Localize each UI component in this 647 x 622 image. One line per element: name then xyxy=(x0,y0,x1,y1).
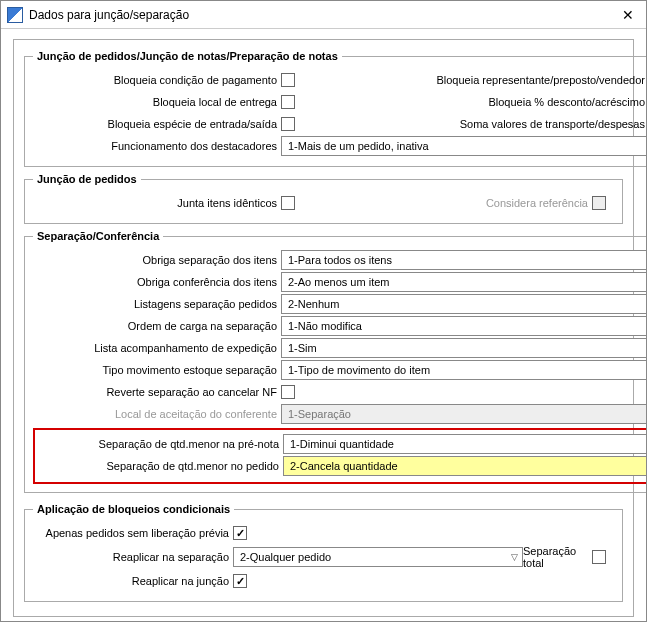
lbl-bloq-especie: Bloqueia espécie de entrada/saída xyxy=(33,118,281,130)
lbl-lista-acomp: Lista acompanhamento de expedição xyxy=(33,342,281,354)
lbl-reverte-sep: Reverte separação ao cancelar NF xyxy=(33,386,281,398)
sel-reaplicar-sep-value: 2-Qualquer pedido xyxy=(240,551,331,563)
lbl-sep-pedido: Separação de qtd.menor no pedido xyxy=(39,460,283,472)
sel-func-destacadores[interactable]: 1-Mais de um pedido, inativa ▽ xyxy=(281,136,647,156)
lbl-considera-ref: Considera referência xyxy=(486,197,588,209)
chk-reverte-sep[interactable] xyxy=(281,385,295,399)
lbl-ordem-carga: Ordem de carga na separação xyxy=(33,320,281,332)
sel-ordem-carga-value: 1-Não modifica xyxy=(288,320,362,332)
lbl-apenas-pedidos: Apenas pedidos sem liberação prévia xyxy=(33,527,233,539)
lbl-obriga-conf: Obriga conferência dos itens xyxy=(33,276,281,288)
lbl-local-aceitacao: Local de aceitação do conferente xyxy=(33,408,281,420)
group2-legend: Junção de pedidos xyxy=(33,173,141,185)
group-juncao-pedidos: Junção de pedidos Junta itens idênticos … xyxy=(24,173,623,224)
sel-tipo-mov-value: 1-Tipo de movimento do item xyxy=(288,364,430,376)
lbl-bloq-condicao: Bloqueia condição de pagamento xyxy=(33,74,281,86)
sel-local-aceitacao: 1-Separação ▽ xyxy=(281,404,647,424)
group-separacao-conferencia: Separação/Conferência Obriga separação d… xyxy=(24,230,647,493)
chk-sep-total[interactable] xyxy=(592,550,606,564)
close-button[interactable]: ✕ xyxy=(616,5,640,25)
chk-bloq-condicao[interactable] xyxy=(281,73,295,87)
group4-legend: Aplicação de bloqueios condicionais xyxy=(33,503,234,515)
window-title: Dados para junção/separação xyxy=(29,8,189,22)
sel-sep-prenota-value: 1-Diminui quantidade xyxy=(290,438,394,450)
chk-bloq-especie[interactable] xyxy=(281,117,295,131)
lbl-bloq-local: Bloqueia local de entrega xyxy=(33,96,281,108)
sel-tipo-mov[interactable]: 1-Tipo de movimento do item ▽ xyxy=(281,360,647,380)
app-icon xyxy=(7,7,23,23)
sel-listagens[interactable]: 2-Nenhum ▽ xyxy=(281,294,647,314)
lbl-sep-total: Separação total xyxy=(523,545,588,569)
sel-sep-pedido-value: 2-Cancela quantidade xyxy=(290,460,398,472)
lbl-bloq-representante: Bloqueia representante/preposto/vendedor xyxy=(436,74,645,86)
sel-obriga-conf[interactable]: 2-Ao menos um item ▽ xyxy=(281,272,647,292)
sel-ordem-carga[interactable]: 1-Não modifica ▽ xyxy=(281,316,647,336)
chk-apenas-pedidos[interactable] xyxy=(233,526,247,540)
highlight-box: Separação de qtd.menor na pré-nota 1-Dim… xyxy=(33,428,647,484)
chevron-down-icon: ▽ xyxy=(511,552,518,562)
sel-lista-acomp[interactable]: 1-Sim ▽ xyxy=(281,338,647,358)
group-juncao-notas: Junção de pedidos/Junção de notas/Prepar… xyxy=(24,50,647,167)
lbl-sep-prenota: Separação de qtd.menor na pré-nota xyxy=(39,438,283,450)
lbl-listagens: Listagens separação pedidos xyxy=(33,298,281,310)
lbl-func-destacadores: Funcionamento dos destacadores xyxy=(33,140,281,152)
lbl-tipo-mov: Tipo movimento estoque separação xyxy=(33,364,281,376)
sel-obriga-sep-value: 1-Para todos os itens xyxy=(288,254,392,266)
chk-reaplicar-juncao[interactable] xyxy=(233,574,247,588)
group3-legend: Separação/Conferência xyxy=(33,230,163,242)
chk-bloq-local[interactable] xyxy=(281,95,295,109)
group-bloqueios-condicionais: Aplicação de bloqueios condicionais Apen… xyxy=(24,503,623,602)
lbl-reaplicar-sep: Reaplicar na separação xyxy=(33,551,233,563)
lbl-bloq-desconto: Bloqueia % desconto/acréscimo xyxy=(488,96,645,108)
group1-legend: Junção de pedidos/Junção de notas/Prepar… xyxy=(33,50,342,62)
lbl-junta-itens: Junta itens idênticos xyxy=(33,197,281,209)
sel-obriga-conf-value: 2-Ao menos um item xyxy=(288,276,389,288)
sel-reaplicar-sep[interactable]: 2-Qualquer pedido ▽ xyxy=(233,547,523,567)
sel-sep-pedido[interactable]: 2-Cancela quantidade ▽ xyxy=(283,456,647,476)
chk-considera-ref xyxy=(592,196,606,210)
lbl-soma-transporte: Soma valores de transporte/despesas xyxy=(460,118,645,130)
sel-sep-prenota[interactable]: 1-Diminui quantidade ▽ xyxy=(283,434,647,454)
sel-lista-acomp-value: 1-Sim xyxy=(288,342,317,354)
sel-listagens-value: 2-Nenhum xyxy=(288,298,339,310)
sel-func-destacadores-value: 1-Mais de um pedido, inativa xyxy=(288,140,429,152)
sel-local-aceitacao-value: 1-Separação xyxy=(288,408,351,420)
chk-junta-itens[interactable] xyxy=(281,196,295,210)
sel-obriga-sep[interactable]: 1-Para todos os itens ▽ xyxy=(281,250,647,270)
lbl-obriga-sep: Obriga separação dos itens xyxy=(33,254,281,266)
lbl-reaplicar-juncao: Reaplicar na junção xyxy=(33,575,233,587)
